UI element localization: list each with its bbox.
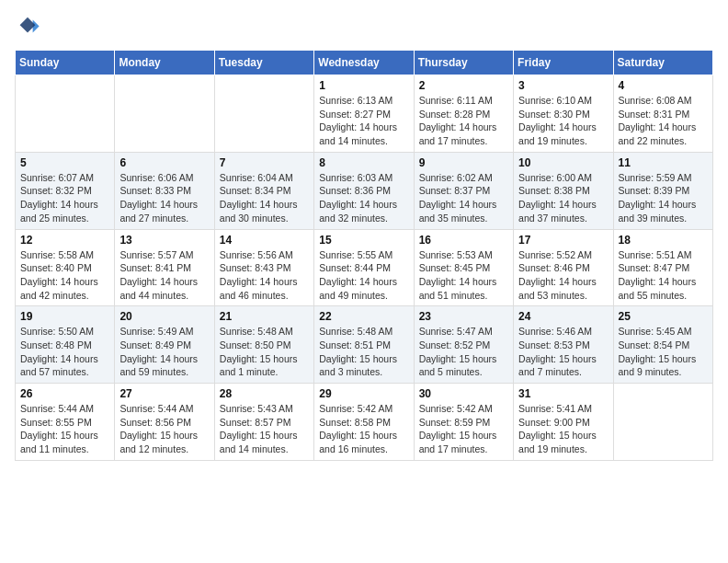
calendar-week-row: 19Sunrise: 5:50 AM Sunset: 8:48 PM Dayli… bbox=[16, 306, 713, 384]
calendar-cell: 23Sunrise: 5:47 AM Sunset: 8:52 PM Dayli… bbox=[414, 306, 513, 384]
day-detail: Sunrise: 6:06 AM Sunset: 8:33 PM Dayligh… bbox=[119, 171, 209, 225]
day-detail: Sunrise: 5:44 AM Sunset: 8:56 PM Dayligh… bbox=[119, 402, 209, 456]
day-detail: Sunrise: 5:42 AM Sunset: 8:59 PM Dayligh… bbox=[419, 402, 508, 456]
day-number: 8 bbox=[319, 156, 408, 169]
calendar-week-row: 26Sunrise: 5:44 AM Sunset: 8:55 PM Dayli… bbox=[16, 384, 713, 461]
day-number: 22 bbox=[319, 310, 408, 323]
day-number: 23 bbox=[419, 310, 508, 323]
logo bbox=[15, 15, 44, 40]
day-detail: Sunrise: 6:03 AM Sunset: 8:36 PM Dayligh… bbox=[319, 171, 408, 225]
calendar-cell: 24Sunrise: 5:46 AM Sunset: 8:53 PM Dayli… bbox=[514, 306, 613, 384]
calendar-cell: 1Sunrise: 6:13 AM Sunset: 8:27 PM Daylig… bbox=[314, 75, 414, 153]
calendar-cell: 29Sunrise: 5:42 AM Sunset: 8:58 PM Dayli… bbox=[314, 384, 414, 461]
day-detail: Sunrise: 5:41 AM Sunset: 9:00 PM Dayligh… bbox=[518, 402, 608, 456]
day-header-tuesday: Tuesday bbox=[214, 51, 313, 75]
calendar-table: SundayMondayTuesdayWednesdayThursdayFrid… bbox=[15, 50, 713, 461]
day-detail: Sunrise: 5:44 AM Sunset: 8:55 PM Dayligh… bbox=[20, 402, 109, 456]
day-number: 26 bbox=[20, 387, 109, 400]
day-number: 7 bbox=[220, 156, 309, 169]
calendar-cell: 6Sunrise: 6:06 AM Sunset: 8:33 PM Daylig… bbox=[115, 152, 214, 229]
day-detail: Sunrise: 6:04 AM Sunset: 8:34 PM Dayligh… bbox=[220, 171, 309, 225]
day-number: 19 bbox=[20, 310, 109, 323]
calendar-cell: 31Sunrise: 5:41 AM Sunset: 9:00 PM Dayli… bbox=[514, 384, 613, 461]
calendar-cell: 28Sunrise: 5:43 AM Sunset: 8:57 PM Dayli… bbox=[214, 384, 313, 461]
calendar-cell: 10Sunrise: 6:00 AM Sunset: 8:38 PM Dayli… bbox=[514, 152, 613, 229]
calendar-cell: 3Sunrise: 6:10 AM Sunset: 8:30 PM Daylig… bbox=[514, 75, 613, 153]
day-detail: Sunrise: 6:13 AM Sunset: 8:27 PM Dayligh… bbox=[319, 94, 408, 148]
calendar-cell: 25Sunrise: 5:45 AM Sunset: 8:54 PM Dayli… bbox=[613, 306, 712, 384]
calendar-cell: 30Sunrise: 5:42 AM Sunset: 8:59 PM Dayli… bbox=[414, 384, 513, 461]
day-number: 2 bbox=[419, 79, 508, 92]
day-number: 27 bbox=[119, 387, 209, 400]
day-number: 17 bbox=[518, 234, 608, 247]
calendar-cell: 4Sunrise: 6:08 AM Sunset: 8:31 PM Daylig… bbox=[613, 75, 712, 153]
day-detail: Sunrise: 5:53 AM Sunset: 8:45 PM Dayligh… bbox=[419, 248, 508, 303]
day-number: 16 bbox=[419, 234, 508, 247]
day-number: 25 bbox=[619, 310, 708, 323]
day-header-monday: Monday bbox=[115, 51, 214, 75]
day-number: 5 bbox=[20, 156, 109, 169]
calendar-cell: 17Sunrise: 5:52 AM Sunset: 8:46 PM Dayli… bbox=[514, 229, 613, 306]
calendar-week-row: 5Sunrise: 6:07 AM Sunset: 8:32 PM Daylig… bbox=[16, 152, 713, 229]
day-detail: Sunrise: 5:45 AM Sunset: 8:54 PM Dayligh… bbox=[619, 325, 708, 379]
day-detail: Sunrise: 5:57 AM Sunset: 8:41 PM Dayligh… bbox=[119, 248, 209, 303]
day-detail: Sunrise: 5:51 AM Sunset: 8:47 PM Dayligh… bbox=[619, 248, 708, 303]
day-detail: Sunrise: 6:07 AM Sunset: 8:32 PM Dayligh… bbox=[20, 171, 109, 225]
day-number: 1 bbox=[319, 79, 408, 92]
day-number: 3 bbox=[518, 79, 608, 92]
day-number: 14 bbox=[220, 234, 309, 247]
calendar-week-row: 12Sunrise: 5:58 AM Sunset: 8:40 PM Dayli… bbox=[16, 229, 713, 306]
day-header-friday: Friday bbox=[514, 51, 613, 75]
day-detail: Sunrise: 5:58 AM Sunset: 8:40 PM Dayligh… bbox=[20, 248, 109, 303]
calendar-cell: 7Sunrise: 6:04 AM Sunset: 8:34 PM Daylig… bbox=[214, 152, 313, 229]
day-number: 21 bbox=[220, 310, 309, 323]
day-number: 6 bbox=[119, 156, 209, 169]
calendar-cell: 12Sunrise: 5:58 AM Sunset: 8:40 PM Dayli… bbox=[16, 229, 115, 306]
day-detail: Sunrise: 5:43 AM Sunset: 8:57 PM Dayligh… bbox=[220, 402, 309, 456]
day-detail: Sunrise: 5:50 AM Sunset: 8:48 PM Dayligh… bbox=[20, 325, 109, 379]
day-header-wednesday: Wednesday bbox=[314, 51, 414, 75]
day-detail: Sunrise: 5:48 AM Sunset: 8:51 PM Dayligh… bbox=[319, 325, 408, 379]
day-number: 12 bbox=[20, 234, 109, 247]
calendar-cell: 18Sunrise: 5:51 AM Sunset: 8:47 PM Dayli… bbox=[613, 229, 712, 306]
day-number: 10 bbox=[518, 156, 608, 169]
day-detail: Sunrise: 6:02 AM Sunset: 8:37 PM Dayligh… bbox=[419, 171, 508, 225]
day-detail: Sunrise: 6:08 AM Sunset: 8:31 PM Dayligh… bbox=[619, 94, 708, 148]
day-detail: Sunrise: 6:11 AM Sunset: 8:28 PM Dayligh… bbox=[419, 94, 508, 148]
calendar-cell: 14Sunrise: 5:56 AM Sunset: 8:43 PM Dayli… bbox=[214, 229, 313, 306]
day-detail: Sunrise: 5:52 AM Sunset: 8:46 PM Dayligh… bbox=[518, 248, 608, 303]
day-number: 31 bbox=[518, 387, 608, 400]
day-number: 18 bbox=[619, 234, 708, 247]
day-detail: Sunrise: 5:42 AM Sunset: 8:58 PM Dayligh… bbox=[319, 402, 408, 456]
calendar-cell: 22Sunrise: 5:48 AM Sunset: 8:51 PM Dayli… bbox=[314, 306, 414, 384]
day-number: 4 bbox=[619, 79, 708, 92]
day-detail: Sunrise: 5:46 AM Sunset: 8:53 PM Dayligh… bbox=[518, 325, 608, 379]
day-header-saturday: Saturday bbox=[613, 51, 712, 75]
day-header-thursday: Thursday bbox=[414, 51, 513, 75]
calendar-cell: 27Sunrise: 5:44 AM Sunset: 8:56 PM Dayli… bbox=[115, 384, 214, 461]
day-number: 24 bbox=[518, 310, 608, 323]
calendar-week-row: 1Sunrise: 6:13 AM Sunset: 8:27 PM Daylig… bbox=[16, 75, 713, 153]
page-header bbox=[15, 15, 713, 40]
calendar-cell: 21Sunrise: 5:48 AM Sunset: 8:50 PM Dayli… bbox=[214, 306, 313, 384]
day-number: 30 bbox=[419, 387, 508, 400]
calendar-cell: 19Sunrise: 5:50 AM Sunset: 8:48 PM Dayli… bbox=[16, 306, 115, 384]
day-detail: Sunrise: 5:59 AM Sunset: 8:39 PM Dayligh… bbox=[619, 171, 708, 225]
calendar-cell: 2Sunrise: 6:11 AM Sunset: 8:28 PM Daylig… bbox=[414, 75, 513, 153]
day-number: 28 bbox=[220, 387, 309, 400]
calendar-cell bbox=[613, 384, 712, 461]
calendar-header-row: SundayMondayTuesdayWednesdayThursdayFrid… bbox=[16, 51, 713, 75]
calendar-cell: 16Sunrise: 5:53 AM Sunset: 8:45 PM Dayli… bbox=[414, 229, 513, 306]
day-detail: Sunrise: 5:49 AM Sunset: 8:49 PM Dayligh… bbox=[119, 325, 209, 379]
day-detail: Sunrise: 5:56 AM Sunset: 8:43 PM Dayligh… bbox=[220, 248, 309, 303]
day-number: 11 bbox=[619, 156, 708, 169]
calendar-cell bbox=[115, 75, 214, 153]
calendar-cell bbox=[214, 75, 313, 153]
calendar-cell: 11Sunrise: 5:59 AM Sunset: 8:39 PM Dayli… bbox=[613, 152, 712, 229]
day-detail: Sunrise: 6:00 AM Sunset: 8:38 PM Dayligh… bbox=[518, 171, 608, 225]
day-number: 20 bbox=[119, 310, 209, 323]
day-number: 9 bbox=[419, 156, 508, 169]
calendar-cell: 26Sunrise: 5:44 AM Sunset: 8:55 PM Dayli… bbox=[16, 384, 115, 461]
day-number: 13 bbox=[119, 234, 209, 247]
day-number: 15 bbox=[319, 234, 408, 247]
